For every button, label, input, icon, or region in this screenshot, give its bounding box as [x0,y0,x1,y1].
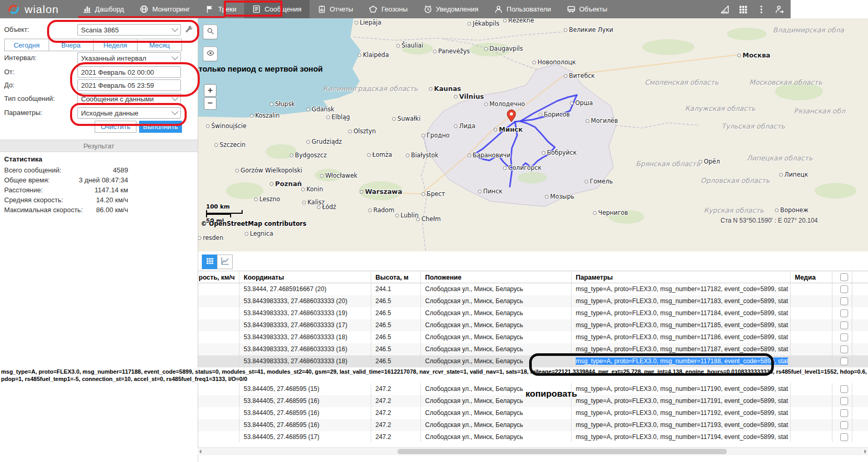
interval-select-value: Указанный интервал [81,54,146,62]
table-grid-icon [205,257,214,267]
date-to-input[interactable]: 2021 Февраль 05 23:59 [77,79,181,91]
row-checkbox[interactable] [840,385,848,393]
scrollbar-thumb[interactable] [397,449,727,454]
city-dot-icon [545,195,549,199]
speed-cell [198,307,239,319]
map-label-city: Лида [454,122,475,130]
quick-range-1[interactable]: Вчера [49,39,94,51]
scroll-left-arrow[interactable] [199,449,201,454]
message-row[interactable]: 53.8443983333, 27.4686033333 (16)246.5Сл… [198,343,868,355]
map-label-region: Смоленская область [645,78,718,86]
city-dot-icon [532,61,536,64]
nav-item-geofences[interactable]: Геозоны [361,0,415,18]
message-row[interactable]: 53.844405, 27.468595 (16)247.2Слободская… [198,419,868,431]
annotation-copy-note: копировать [526,389,577,399]
object-select[interactable]: Scania 3865 [77,24,181,36]
nav-item-reports[interactable]: Отчеты [310,0,361,18]
city-dot-icon [494,128,497,132]
osm-attribution[interactable]: © OpenStreetMap contributors [201,220,306,227]
map-label-city: Bydgoszcz [290,152,327,159]
city-dot-icon [585,180,588,183]
message-row[interactable]: 53.8444, 27.4685916667 (20)244.1Слободск… [198,283,868,295]
nav-item-units[interactable]: Объекты [559,0,615,18]
nav-item-monitoring[interactable]: Мониторинг [132,0,198,18]
user-switch-icon[interactable] [775,5,784,14]
quick-range-0[interactable]: Сегодня [4,39,49,51]
message-type-select-value: Сообщения с данными [81,95,154,103]
chart-view-tab[interactable] [217,255,233,269]
message-row[interactable]: 53.844405, 27.468595 (16)247.2Слободская… [198,407,868,419]
row-checkbox[interactable] [840,297,848,305]
column-header[interactable]: Медиа [791,271,832,283]
column-header[interactable] [852,271,868,283]
message-type-select[interactable]: Сообщения с данными [77,93,181,105]
row-checkbox[interactable] [840,285,848,293]
params-cell: msg_type=A, proto=FLEX3.0, msg_number=11… [572,383,791,395]
map-label-city: Чернигов [593,209,628,216]
row-checkbox[interactable] [840,357,848,365]
checkbox-cell [832,407,852,419]
map-search-button[interactable] [203,25,218,39]
zoom-out-button[interactable]: − [204,97,216,110]
filler-cell [852,355,868,367]
scale-km-label: 100 km [206,203,243,210]
message-row[interactable]: 53.8443983333, 27.4686033333 (18)246.5Сл… [198,355,868,367]
column-header[interactable]: Высота, м [371,271,421,283]
column-header[interactable]: Положение [421,271,572,283]
message-row[interactable]: 53.8443983333, 27.4686033333 (19)246.5Сл… [198,307,868,319]
map[interactable]: LiepājaJēkabpilsRēzekneВеликие ЛукиМоскв… [198,18,868,251]
location-cell: Слободская ул., Минск, Беларусь [421,295,572,307]
ruler-icon[interactable] [720,5,729,14]
row-checkbox[interactable] [840,321,848,329]
row-checkbox[interactable] [840,433,848,441]
row-checkbox[interactable] [840,333,848,341]
clear-button[interactable]: Очистить [95,121,136,133]
row-checkbox[interactable] [840,409,848,417]
checkbox-cell [832,355,852,367]
map-label-city: Klaipėda [358,51,389,59]
scroll-right-arrow[interactable] [864,449,866,454]
horizontal-scrollbar[interactable] [198,447,868,455]
map-label-city: Мозырь [545,193,574,200]
nav-item-notifications[interactable]: Уведомления [416,0,486,18]
nav-item-users[interactable]: Пользователи [486,0,559,18]
row-checkbox[interactable] [840,345,848,353]
object-select-value: Scania 3865 [81,26,119,34]
column-header[interactable]: Параметры [572,271,791,283]
row-checkbox[interactable] [840,309,848,317]
date-from-input[interactable]: 2021 Февраль 02 00:00 [77,66,181,78]
message-row[interactable]: 53.844405, 27.468595 (17)247.2Слободская… [198,431,868,442]
select-all-checkbox[interactable] [840,273,848,281]
row-checkbox[interactable] [840,397,848,405]
row-checkbox[interactable] [840,421,848,429]
nav-item-messages[interactable]: Сообщения [244,0,310,18]
map-label-city: Koszalin [250,112,280,119]
nav-item-dashboard[interactable]: Дашборд [75,0,132,18]
map-visibility-button[interactable] [203,47,218,61]
media-cell [791,343,832,355]
filler-cell [852,431,868,442]
parameters-select[interactable]: Исходные данные [77,107,181,119]
nav-item-tracks[interactable]: Треки [198,0,244,18]
chevron-down-icon [172,53,178,60]
table-view-tab[interactable] [202,255,218,269]
checkbox-cell [832,295,852,307]
message-row[interactable]: 53.8443983333, 27.4686033333 (18)246.5Сл… [198,331,868,343]
kebab-menu-icon[interactable] [757,5,766,14]
map-label-region: Московская область [749,78,822,86]
column-header[interactable]: рость, км/ч [198,271,239,283]
column-header[interactable]: Координаты [239,271,371,283]
message-row[interactable]: 53.8443983333, 27.4686033333 (20)246.5Сл… [198,295,868,307]
message-row[interactable]: 53.8443983333, 27.4686033333 (17)246.5Сл… [198,319,868,331]
apps-grid-icon[interactable] [738,5,748,14]
coords-cell: 53.8444, 27.4685916667 (20) [239,283,371,295]
quick-range-2[interactable]: Неделя [93,39,138,51]
zoom-in-button[interactable]: + [204,84,216,97]
wialon-logo[interactable]: wialon [0,3,75,16]
media-cell [791,419,832,431]
execute-button[interactable]: Выполнить [139,121,182,133]
column-header[interactable] [832,271,852,283]
interval-select[interactable]: Указанный интервал [77,52,181,64]
wrench-icon[interactable] [184,25,193,34]
quick-range-3[interactable]: Месяц [137,39,182,51]
